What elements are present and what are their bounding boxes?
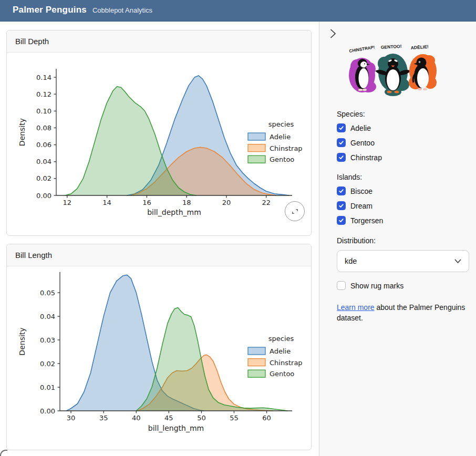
- bill-depth-chart: 1214161820220.000.020.040.060.080.100.12…: [7, 53, 306, 226]
- distribution-select[interactable]: kde: [337, 250, 469, 272]
- checkbox-icon: [337, 138, 346, 147]
- svg-text:0.00: 0.00: [40, 407, 55, 415]
- svg-text:16: 16: [142, 199, 151, 206]
- distribution-selected-value: kde: [345, 257, 357, 265]
- svg-text:species: species: [268, 335, 294, 343]
- card-title: Bill Length: [7, 244, 311, 266]
- svg-text:bill_depth_mm: bill_depth_mm: [147, 208, 201, 216]
- svg-text:0.04: 0.04: [40, 313, 55, 320]
- app-navbar: Palmer Penguins Cobblepot Analytics: [0, 0, 476, 22]
- svg-text:Adelie: Adelie: [270, 347, 291, 355]
- svg-text:0.02: 0.02: [40, 360, 55, 368]
- species-group-label: Species:: [337, 110, 469, 118]
- svg-text:Chinstrap: Chinstrap: [270, 144, 303, 152]
- svg-text:30: 30: [67, 414, 76, 422]
- svg-text:12: 12: [63, 199, 72, 206]
- svg-text:45: 45: [164, 414, 173, 422]
- svg-text:20: 20: [222, 199, 231, 206]
- bill-length-chart: 303540455055600.000.010.020.030.040.05bi…: [7, 266, 306, 445]
- card-title: Bill Depth: [7, 30, 311, 53]
- svg-text:22: 22: [262, 199, 271, 206]
- chevron-right-icon: [329, 28, 336, 39]
- checkbox-icon: [337, 281, 346, 290]
- app-subtitle: Cobblepot Analytics: [92, 6, 152, 14]
- svg-text:35: 35: [99, 414, 108, 422]
- svg-text:0.01: 0.01: [40, 384, 55, 391]
- svg-text:Density: Density: [18, 327, 26, 355]
- svg-text:0.10: 0.10: [36, 107, 51, 115]
- gentoo-penguin: [375, 54, 411, 96]
- sidebar: CHINSTRAP! GENTOO! ADĒLIE!: [319, 22, 476, 456]
- distribution-group: Distribution: kde: [337, 236, 469, 272]
- card-bill-length: Bill Length 303540455055600.000.010.020.…: [6, 244, 312, 450]
- checkbox-icon: [337, 123, 346, 132]
- islands-group-label: Islands:: [337, 173, 469, 181]
- checkbox-icon: [337, 201, 346, 210]
- svg-text:0.05: 0.05: [40, 289, 55, 297]
- svg-text:0.14: 0.14: [36, 74, 51, 81]
- svg-text:species: species: [268, 120, 294, 128]
- checkbox-icon: [337, 186, 346, 195]
- island-option-biscoe[interactable]: Biscoe: [337, 186, 469, 195]
- sidebar-collapse-button[interactable]: [326, 27, 339, 40]
- checkbox-icon: [337, 216, 346, 225]
- checkbox-icon: [337, 153, 346, 162]
- svg-text:55: 55: [230, 414, 239, 422]
- chinstrap-penguin: [349, 58, 376, 92]
- distribution-label: Distribution:: [337, 236, 469, 245]
- dataset-footnote: Learn more about the Palmer Penguins dat…: [337, 302, 469, 323]
- chevron-down-icon: [454, 259, 461, 264]
- penguin-artwork: CHINSTRAP! GENTOO! ADĒLIE!: [343, 44, 441, 97]
- learn-more-link[interactable]: Learn more: [337, 303, 375, 312]
- svg-text:Gentoo: Gentoo: [270, 156, 294, 163]
- svg-text:0.02: 0.02: [36, 174, 51, 182]
- svg-text:14: 14: [102, 199, 111, 206]
- svg-text:0.04: 0.04: [36, 158, 51, 165]
- islands-filter-group: Islands: Biscoe Dream Torgersen: [337, 173, 469, 225]
- svg-text:18: 18: [182, 199, 191, 206]
- species-option-gentoo[interactable]: Gentoo: [337, 138, 469, 147]
- species-option-adelie[interactable]: Adelie: [337, 123, 469, 132]
- svg-text:60: 60: [262, 414, 271, 422]
- svg-text:Gentoo: Gentoo: [270, 370, 294, 378]
- show-rug-marks-checkbox[interactable]: Show rug marks: [337, 281, 469, 290]
- svg-text:0.03: 0.03: [40, 336, 55, 344]
- adelie-penguin: [409, 54, 437, 90]
- svg-text:Adelie: Adelie: [270, 133, 291, 141]
- app-title: Palmer Penguins: [13, 5, 87, 15]
- svg-text:Chinstrap: Chinstrap: [270, 359, 303, 367]
- svg-text:0.08: 0.08: [36, 124, 51, 132]
- svg-text:40: 40: [132, 414, 141, 422]
- adelie-label: ADĒLIE!: [410, 44, 429, 50]
- svg-text:0.06: 0.06: [36, 141, 51, 149]
- chinstrap-label: CHINSTRAP!: [349, 45, 375, 54]
- next-card-peek: [0, 450, 7, 456]
- gentoo-label: GENTOO!: [381, 44, 402, 50]
- svg-text:bill_length_mm: bill_length_mm: [148, 424, 204, 432]
- species-filter-group: Species: Adelie Gentoo Chinstrap: [337, 110, 469, 162]
- svg-text:50: 50: [197, 414, 206, 422]
- island-option-torgersen[interactable]: Torgersen: [337, 216, 469, 225]
- svg-text:Density: Density: [18, 118, 26, 146]
- svg-text:0.00: 0.00: [36, 192, 51, 200]
- main-content: Bill Depth 1214161820220.000.020.040.060…: [0, 22, 319, 456]
- svg-text:0.12: 0.12: [36, 90, 51, 98]
- species-option-chinstrap[interactable]: Chinstrap: [337, 153, 469, 162]
- expand-icon: [291, 207, 299, 216]
- expand-button[interactable]: [285, 201, 305, 221]
- island-option-dream[interactable]: Dream: [337, 201, 469, 210]
- card-bill-depth: Bill Depth 1214161820220.000.020.040.060…: [6, 30, 312, 236]
